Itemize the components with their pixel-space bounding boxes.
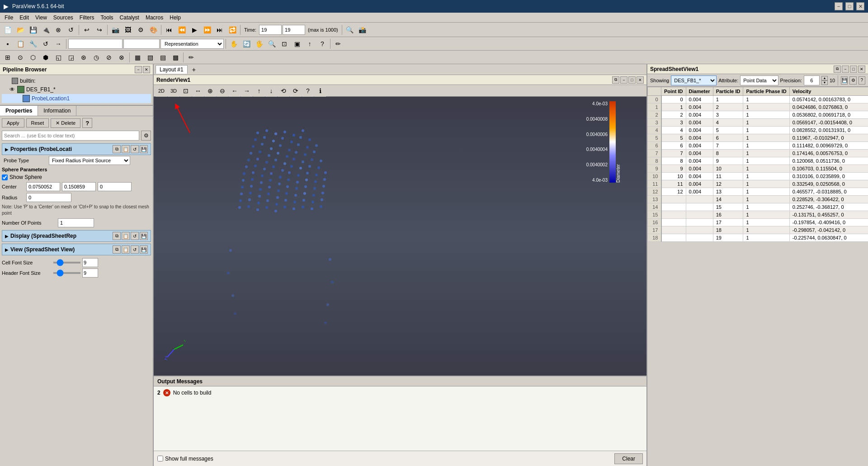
time-dropdown[interactable]	[259, 25, 282, 35]
header-font-size-slider[interactable]	[53, 272, 80, 274]
display-copy-btn[interactable]: ⧉	[113, 232, 121, 240]
refresh-btn[interactable]: ↺	[131, 145, 139, 153]
table-row[interactable]: 1 1 0.004 2 1 0.0424686, 0.0276863, 0 0.…	[648, 104, 868, 111]
render-view-area[interactable]: 4.0e-03 0.0040008 0.0040006 0.0040004 0.…	[154, 97, 646, 376]
vis-btn6[interactable]: ◲	[65, 52, 77, 63]
center-z-input[interactable]	[98, 182, 132, 191]
show-sphere-checkbox[interactable]	[2, 174, 8, 180]
vis-btn9[interactable]: ⊘	[103, 52, 115, 63]
layout-btn2[interactable]: ▧	[144, 52, 156, 63]
zoom-btn[interactable]: 🔍	[266, 38, 278, 50]
rv-tb13[interactable]: ?	[302, 85, 314, 97]
ss-export-btn[interactable]: 💾	[841, 76, 848, 85]
table-row[interactable]: 0 0 0.004 1 1 0.0574142, 0.00163783, 0 0…	[648, 96, 868, 104]
new-button[interactable]: 📄	[2, 24, 14, 36]
rotate-btn[interactable]: 🔄	[241, 38, 252, 50]
time-input[interactable]	[283, 25, 305, 35]
table-row[interactable]: 4 4 0.004 5 1 0.0828552, 0.00131931, 0 0…	[648, 127, 868, 134]
attribute-select[interactable]: Point Data	[740, 75, 778, 85]
filter-input[interactable]	[123, 39, 160, 49]
tb2-btn1[interactable]: ▪	[2, 38, 14, 50]
show-full-checkbox[interactable]	[157, 456, 163, 461]
redo-button[interactable]: ↪	[94, 24, 105, 36]
camera-button[interactable]: 📷	[109, 24, 121, 36]
view-collapsible-header[interactable]: ▶ View (SpreadSheet View) ⧉ 📋 ↺ 💾	[2, 244, 151, 255]
apply-button[interactable]: Apply	[2, 118, 24, 127]
layout-btn1[interactable]: ▦	[132, 52, 143, 63]
maximize-button[interactable]: □	[845, 2, 854, 10]
num-points-input[interactable]	[58, 218, 94, 227]
disconnect-button[interactable]: ⊗	[52, 24, 64, 36]
vis-btn8[interactable]: ◷	[90, 52, 102, 63]
precision-input[interactable]	[804, 75, 820, 85]
table-row[interactable]: 13 14 1 0.228529, -0.306422, 0 0.0680011	[648, 196, 868, 203]
undo-button[interactable]: ↩	[81, 24, 93, 36]
pencil-btn[interactable]: ✏	[332, 38, 344, 50]
rv-tb4[interactable]: ↔	[192, 85, 204, 97]
search-input[interactable]	[2, 131, 139, 141]
search-settings-btn[interactable]: ⚙	[141, 131, 151, 141]
tb2-btn5[interactable]: →	[52, 38, 64, 50]
clear-button[interactable]: Clear	[614, 453, 643, 464]
ss-min-btn[interactable]: −	[842, 66, 849, 73]
representation-select[interactable]: Representation	[160, 39, 224, 49]
table-row[interactable]: 12 12 0.004 13 1 0.465577, -0.0318885, 0…	[648, 188, 868, 196]
precision-spinner[interactable]: ▲ ▼	[821, 76, 828, 85]
pencil2-btn[interactable]: ✏	[185, 52, 197, 63]
table-row[interactable]: 3 3 0.004 4 1 0.0569147, -0.00154408, 0 …	[648, 119, 868, 127]
vis-btn7[interactable]: ⊛	[78, 52, 90, 63]
table-row[interactable]: 5 5 0.004 6 1 0.11967, -0.0102947, 0 0.0…	[648, 134, 868, 142]
save-button[interactable]: 💾	[27, 24, 39, 36]
tab-properties[interactable]: Properties	[0, 106, 38, 116]
vis-btn4[interactable]: ⬢	[40, 52, 52, 63]
open-button[interactable]: 📂	[14, 24, 26, 36]
center-y-input[interactable]	[62, 182, 96, 191]
view-copy-btn[interactable]: ⧉	[113, 245, 121, 254]
play-button[interactable]: ▶	[189, 24, 200, 36]
add-layout-tab[interactable]: +	[189, 65, 198, 74]
menu-help[interactable]: Help	[167, 14, 184, 22]
rv-tb9[interactable]: ↑	[253, 85, 265, 97]
col-diameter[interactable]: Diameter	[686, 87, 713, 96]
query-btn[interactable]: ?	[316, 38, 328, 50]
probe-type-select[interactable]: Fixed Radius Point Source	[49, 156, 130, 165]
menu-edit[interactable]: Edit	[17, 14, 32, 22]
pb-close-btn[interactable]: ✕	[143, 66, 150, 73]
select-btn[interactable]: ▣	[291, 38, 303, 50]
vis-btn1[interactable]: ⊞	[2, 52, 14, 63]
precision-down-btn[interactable]: ▼	[821, 80, 828, 85]
rv-tb10[interactable]: ↓	[265, 85, 277, 97]
delete-button[interactable]: ✕ Delete	[51, 118, 80, 128]
vis-btn3[interactable]: ⬡	[27, 52, 39, 63]
rv-tb8[interactable]: →	[241, 85, 253, 97]
center-x-input[interactable]	[26, 182, 60, 191]
tb2-btn3[interactable]: 🔧	[27, 38, 39, 50]
pipeline-input[interactable]	[68, 39, 123, 49]
settings-button[interactable]: ⚙	[135, 24, 146, 36]
table-row[interactable]: 15 16 1 -0.131751, 0.455257, 0 0.0693026	[648, 211, 868, 219]
pan-btn[interactable]: 🖐	[253, 38, 265, 50]
des-eye-icon[interactable]: 👁	[9, 86, 15, 93]
ss-help-btn[interactable]: ?	[859, 76, 865, 85]
rv-float-btn[interactable]: ⧉	[612, 76, 619, 84]
vis-btn2[interactable]: ⊙	[14, 52, 26, 63]
rv-tb5[interactable]: ⊕	[204, 85, 216, 97]
pb-undock-btn[interactable]: −	[135, 66, 142, 73]
tab-information[interactable]: Information	[38, 106, 76, 116]
rv-tb3[interactable]: ⊡	[180, 85, 192, 97]
menu-tools[interactable]: Tools	[98, 14, 116, 22]
rv-tb1[interactable]: 2D	[156, 85, 167, 97]
prev-frame-button[interactable]: ⏪	[176, 24, 188, 36]
col-velocity[interactable]: Velocity	[789, 87, 868, 96]
paste-btn[interactable]: 📋	[122, 145, 130, 153]
rv-tb11[interactable]: ⟲	[278, 85, 289, 97]
table-row[interactable]: 2 2 0.004 3 1 0.0536802, 0.00691718, 0 0…	[648, 111, 868, 119]
rv-max-btn[interactable]: □	[628, 76, 636, 84]
cell-font-size-input[interactable]	[82, 258, 98, 267]
table-row[interactable]: 11 11 0.004 12 1 0.332549, 0.0250568, 0 …	[648, 180, 868, 188]
col-point-id[interactable]: Point ID	[661, 87, 686, 96]
menu-filters[interactable]: Filters	[77, 14, 97, 22]
col-particle-id[interactable]: Particle ID	[713, 87, 743, 96]
first-frame-button[interactable]: ⏮	[163, 24, 175, 36]
showing-select[interactable]: DES_FB1_*	[671, 75, 717, 85]
